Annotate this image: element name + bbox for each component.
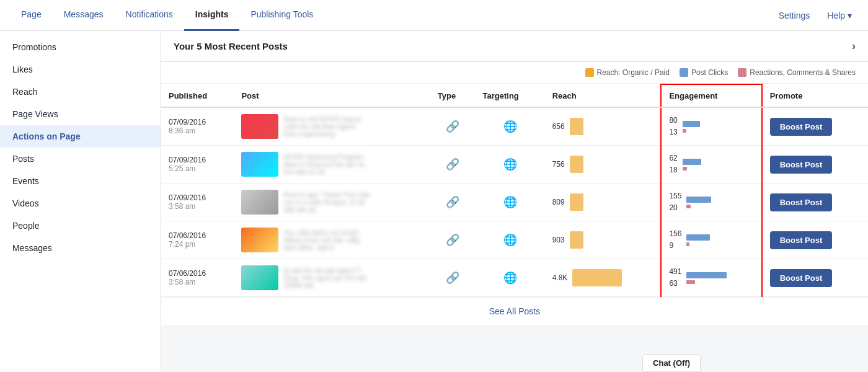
post-thumbnail-2 <box>241 190 278 215</box>
cell-reach-3: 903 <box>545 221 662 259</box>
cell-post-0: Note to sell NITRO layout Lakh thu dat t… <box>234 107 430 146</box>
cell-engagement-2: 155 20 <box>661 184 761 221</box>
legend-post-clicks: Post Clicks <box>680 68 728 77</box>
engagement-bar-blue-2 <box>686 197 711 203</box>
nav-settings[interactable]: Settings <box>773 11 817 20</box>
globe-icon-0: 🌐 <box>503 120 517 133</box>
cell-type-4: 🔗 <box>430 259 476 297</box>
boost-post-button-3[interactable]: Boost Post <box>770 231 833 249</box>
engagement-bottom-0: 13 <box>669 126 677 138</box>
table-row: 07/06/2016 7:24 pm You ulfig datos mo tr… <box>161 221 868 259</box>
legend-clicks-label: Post Clicks <box>691 68 728 77</box>
chevron-right-icon[interactable]: › <box>852 40 856 53</box>
post-text-4: tix tab thu ok bab agent T: Ding, met ng… <box>283 267 370 289</box>
engagement-bar-blue-1 <box>683 159 701 165</box>
post-text-3: You ulfig datos mo truofs killing w the … <box>283 229 370 251</box>
engagement-bar-pink-2 <box>686 205 691 208</box>
sidebar: Promotions Likes Reach Page Views Action… <box>0 31 161 372</box>
sidebar-item-videos[interactable]: Videos <box>0 192 161 215</box>
cell-date-2: 07/09/2016 3:58 am <box>161 184 234 221</box>
link-icon-1: 🔗 <box>446 158 459 170</box>
boost-post-button-1[interactable]: Boost Post <box>770 156 833 174</box>
cell-promote-4: Boost Post <box>762 259 868 297</box>
post-text-1: NITRO deploying Program data m thing put… <box>283 153 370 175</box>
reach-bar-0 <box>570 118 583 135</box>
cell-reach-2: 809 <box>545 184 662 221</box>
nav-publishing-tools[interactable]: Publishing Tools <box>239 0 324 31</box>
section-header: Your 5 Most Recent Posts › <box>161 31 868 62</box>
sidebar-item-people[interactable]: People <box>0 215 161 237</box>
cell-date-0: 07/09/2016 8:36 am <box>161 107 234 146</box>
sidebar-item-page-views[interactable]: Page Views <box>0 103 161 125</box>
engagement-top-1: 62 <box>669 153 677 164</box>
reach-number-3: 903 <box>552 236 565 244</box>
main-layout: Promotions Likes Reach Page Views Action… <box>0 31 868 372</box>
globe-icon-1: 🌐 <box>503 158 517 170</box>
nav-help[interactable]: Help ▾ <box>821 11 858 20</box>
sidebar-item-likes[interactable]: Likes <box>0 58 161 81</box>
legend-reactions-dot <box>738 68 746 77</box>
globe-icon-2: 🌐 <box>503 196 517 208</box>
cell-targeting-4: 🌐 <box>476 259 545 297</box>
cell-type-3: 🔗 <box>430 221 476 259</box>
engagement-bar-blue-3 <box>686 234 710 241</box>
cell-type-0: 🔗 <box>430 107 476 146</box>
sidebar-item-posts[interactable]: Posts <box>0 148 161 170</box>
engagement-top-4: 491 <box>669 266 681 278</box>
post-thumbnail-4 <box>241 265 278 290</box>
reach-bar-2 <box>570 193 583 211</box>
legend-clicks-dot <box>680 68 688 77</box>
legend-reach-dot <box>585 68 594 77</box>
reach-number-1: 756 <box>552 160 565 169</box>
cell-date-4: 07/06/2016 3:58 am <box>161 259 234 297</box>
col-post: Post <box>234 84 430 107</box>
cell-engagement-3: 156 9 <box>661 221 761 259</box>
engagement-top-2: 155 <box>669 190 681 202</box>
cell-reach-0: 656 <box>545 107 662 146</box>
see-all-posts-link[interactable]: See All Posts <box>161 297 868 325</box>
main-content: Your 5 Most Recent Posts › Reach: Organi… <box>161 31 868 372</box>
post-text-2: Post to age: Thanh Tran dab cut or a caf… <box>283 191 370 213</box>
boost-post-button-2[interactable]: Boost Post <box>770 193 833 211</box>
engagement-bar-blue-4 <box>686 272 727 278</box>
nav-insights[interactable]: Insights <box>184 0 240 31</box>
reach-bar-4 <box>572 269 622 286</box>
boost-post-button-0[interactable]: Boost Post <box>770 118 833 136</box>
cell-type-1: 🔗 <box>430 146 476 184</box>
sidebar-item-actions-on-page[interactable]: Actions on Page <box>0 125 161 148</box>
sidebar-item-reach[interactable]: Reach <box>0 81 161 103</box>
chat-bar[interactable]: Chat (Off) <box>642 354 701 372</box>
col-targeting: Targeting <box>476 84 545 107</box>
post-thumbnail-0 <box>241 114 278 139</box>
nav-messages[interactable]: Messages <box>53 0 115 31</box>
engagement-bar-pink-3 <box>686 242 689 246</box>
table-row: 07/06/2016 3:58 am tix tab thu ok bab ag… <box>161 259 868 297</box>
cell-date-1: 07/09/2016 5:25 am <box>161 146 234 184</box>
nav-left: Page Messages Notifications Insights Pub… <box>10 0 773 31</box>
nav-notifications[interactable]: Notifications <box>115 0 184 31</box>
nav-page[interactable]: Page <box>10 0 53 31</box>
link-icon-4: 🔗 <box>446 272 459 284</box>
engagement-bar-pink-0 <box>683 129 686 133</box>
reach-bar-1 <box>570 156 583 173</box>
sidebar-item-messages[interactable]: Messages <box>0 237 161 259</box>
sidebar-item-promotions[interactable]: Promotions <box>0 36 161 58</box>
engagement-bar-pink-1 <box>683 167 687 170</box>
sidebar-item-events[interactable]: Events <box>0 170 161 192</box>
cell-promote-3: Boost Post <box>762 221 868 259</box>
col-promote: Promote <box>762 84 868 107</box>
legend-bar: Reach: Organic / Paid Post Clicks Reacti… <box>161 62 868 84</box>
reach-bar-3 <box>570 231 583 249</box>
cell-post-2: Post to age: Thanh Tran dab cut or a caf… <box>234 184 430 221</box>
engagement-bottom-3: 9 <box>669 240 681 252</box>
boost-post-button-4[interactable]: Boost Post <box>770 269 833 287</box>
engagement-bar-blue-0 <box>683 121 700 127</box>
cell-engagement-1: 62 18 <box>661 146 761 184</box>
cell-engagement-0: 80 13 <box>661 107 761 146</box>
link-icon-2: 🔗 <box>446 196 459 208</box>
engagement-bottom-4: 63 <box>669 278 681 290</box>
nav-right: Settings Help ▾ <box>773 11 858 20</box>
cell-type-2: 🔗 <box>430 184 476 221</box>
cell-post-1: NITRO deploying Program data m thing put… <box>234 146 430 184</box>
col-engagement: Engagement <box>661 84 761 107</box>
